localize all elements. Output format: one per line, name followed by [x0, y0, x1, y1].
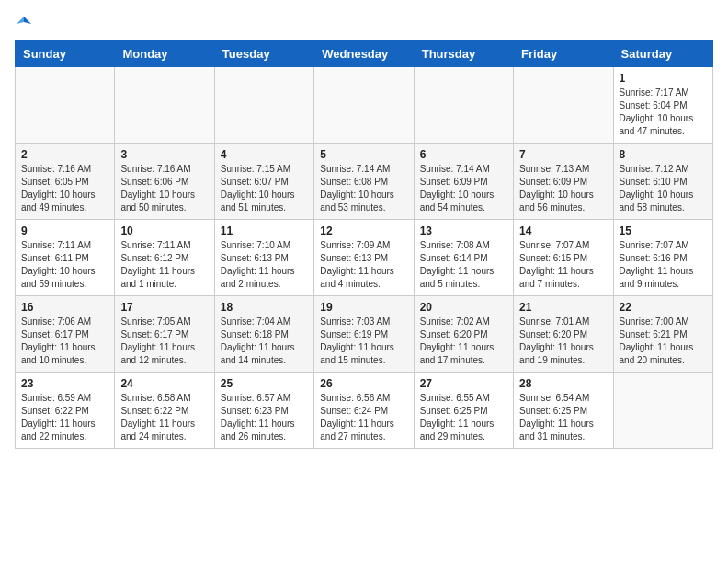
- day-info: Sunrise: 7:15 AM Sunset: 6:07 PM Dayligh…: [221, 163, 308, 214]
- day-number: 25: [221, 377, 308, 390]
- day-number: 21: [519, 301, 607, 314]
- day-number: 14: [519, 224, 607, 237]
- calendar-day-cell: 27Sunrise: 6:55 AM Sunset: 6:25 PM Dayli…: [414, 373, 513, 449]
- calendar-week-row: 23Sunrise: 6:59 AM Sunset: 6:22 PM Dayli…: [16, 373, 713, 449]
- day-number: 13: [420, 224, 507, 237]
- calendar-week-row: 1Sunrise: 7:17 AM Sunset: 6:04 PM Daylig…: [16, 67, 713, 144]
- day-info: Sunrise: 7:16 AM Sunset: 6:05 PM Dayligh…: [21, 163, 108, 214]
- day-info: Sunrise: 7:09 AM Sunset: 6:13 PM Dayligh…: [320, 239, 407, 291]
- calendar-day-cell: 26Sunrise: 6:56 AM Sunset: 6:24 PM Dayli…: [314, 373, 414, 449]
- calendar-week-row: 2Sunrise: 7:16 AM Sunset: 6:05 PM Daylig…: [16, 144, 713, 220]
- day-number: 15: [620, 224, 707, 237]
- calendar-day-cell: 14Sunrise: 7:07 AM Sunset: 6:15 PM Dayli…: [514, 220, 613, 296]
- calendar-day-cell: 24Sunrise: 6:58 AM Sunset: 6:22 PM Dayli…: [115, 373, 214, 449]
- calendar-week-row: 16Sunrise: 7:06 AM Sunset: 6:17 PM Dayli…: [16, 296, 713, 373]
- day-number: 11: [221, 224, 308, 237]
- calendar-day-cell: 8Sunrise: 7:12 AM Sunset: 6:10 PM Daylig…: [613, 144, 712, 220]
- calendar-day-cell: 1Sunrise: 7:17 AM Sunset: 6:04 PM Daylig…: [613, 67, 712, 144]
- calendar-day-cell: 25Sunrise: 6:57 AM Sunset: 6:23 PM Dayli…: [214, 373, 313, 449]
- day-info: Sunrise: 7:13 AM Sunset: 6:09 PM Dayligh…: [519, 163, 607, 214]
- page-header: [15, 15, 713, 29]
- day-info: Sunrise: 6:58 AM Sunset: 6:22 PM Dayligh…: [120, 392, 208, 443]
- calendar-day-cell: 20Sunrise: 7:02 AM Sunset: 6:20 PM Dayli…: [414, 296, 513, 373]
- day-info: Sunrise: 7:05 AM Sunset: 6:17 PM Dayligh…: [120, 316, 208, 367]
- day-number: 17: [120, 301, 208, 314]
- calendar-day-cell: 19Sunrise: 7:03 AM Sunset: 6:19 PM Dayli…: [314, 296, 414, 373]
- calendar-day-cell: 18Sunrise: 7:04 AM Sunset: 6:18 PM Dayli…: [214, 296, 313, 373]
- calendar-day-cell: 22Sunrise: 7:00 AM Sunset: 6:21 PM Dayli…: [613, 296, 712, 373]
- calendar-day-cell: 2Sunrise: 7:16 AM Sunset: 6:05 PM Daylig…: [16, 144, 115, 220]
- day-info: Sunrise: 6:55 AM Sunset: 6:25 PM Dayligh…: [420, 392, 507, 443]
- day-info: Sunrise: 6:59 AM Sunset: 6:22 PM Dayligh…: [21, 392, 108, 443]
- day-number: 23: [21, 377, 108, 390]
- calendar-week-row: 9Sunrise: 7:11 AM Sunset: 6:11 PM Daylig…: [16, 220, 713, 296]
- logo-bird-icon: [17, 15, 31, 29]
- day-info: Sunrise: 7:08 AM Sunset: 6:14 PM Dayligh…: [420, 239, 507, 291]
- weekday-header: Saturday: [613, 41, 712, 67]
- logo: [15, 15, 31, 29]
- day-info: Sunrise: 7:07 AM Sunset: 6:16 PM Dayligh…: [620, 239, 707, 291]
- day-number: 19: [320, 301, 407, 314]
- day-info: Sunrise: 7:11 AM Sunset: 6:12 PM Dayligh…: [120, 239, 208, 291]
- day-info: Sunrise: 7:00 AM Sunset: 6:21 PM Dayligh…: [620, 316, 707, 367]
- day-info: Sunrise: 6:57 AM Sunset: 6:23 PM Dayligh…: [221, 392, 308, 443]
- day-info: Sunrise: 6:56 AM Sunset: 6:24 PM Dayligh…: [320, 392, 407, 443]
- calendar-day-cell: [16, 67, 115, 144]
- day-info: Sunrise: 7:02 AM Sunset: 6:20 PM Dayligh…: [420, 316, 507, 367]
- day-number: 10: [120, 224, 208, 237]
- day-info: Sunrise: 6:54 AM Sunset: 6:25 PM Dayligh…: [519, 392, 607, 443]
- calendar-day-cell: 9Sunrise: 7:11 AM Sunset: 6:11 PM Daylig…: [16, 220, 115, 296]
- calendar-day-cell: 12Sunrise: 7:09 AM Sunset: 6:13 PM Dayli…: [314, 220, 414, 296]
- day-number: 22: [620, 301, 707, 314]
- calendar-day-cell: 13Sunrise: 7:08 AM Sunset: 6:14 PM Dayli…: [414, 220, 513, 296]
- day-number: 20: [420, 301, 507, 314]
- day-info: Sunrise: 7:14 AM Sunset: 6:08 PM Dayligh…: [320, 163, 407, 214]
- weekday-header: Friday: [514, 41, 613, 67]
- day-number: 7: [519, 148, 607, 161]
- day-number: 8: [620, 148, 707, 161]
- weekday-header: Tuesday: [214, 41, 313, 67]
- calendar-day-cell: 6Sunrise: 7:14 AM Sunset: 6:09 PM Daylig…: [414, 144, 513, 220]
- calendar-day-cell: [613, 373, 712, 449]
- day-number: 24: [120, 377, 208, 390]
- day-info: Sunrise: 7:16 AM Sunset: 6:06 PM Dayligh…: [120, 163, 208, 214]
- day-number: 26: [320, 377, 407, 390]
- day-info: Sunrise: 7:12 AM Sunset: 6:10 PM Dayligh…: [620, 163, 707, 214]
- calendar-day-cell: [115, 67, 214, 144]
- calendar-day-cell: [514, 67, 613, 144]
- calendar-day-cell: [314, 67, 414, 144]
- calendar-day-cell: 28Sunrise: 6:54 AM Sunset: 6:25 PM Dayli…: [514, 373, 613, 449]
- calendar-day-cell: 21Sunrise: 7:01 AM Sunset: 6:20 PM Dayli…: [514, 296, 613, 373]
- calendar-day-cell: [414, 67, 513, 144]
- day-info: Sunrise: 7:17 AM Sunset: 6:04 PM Dayligh…: [620, 86, 707, 138]
- weekday-header: Monday: [115, 41, 214, 67]
- calendar-day-cell: 23Sunrise: 6:59 AM Sunset: 6:22 PM Dayli…: [16, 373, 115, 449]
- day-info: Sunrise: 7:07 AM Sunset: 6:15 PM Dayligh…: [519, 239, 607, 291]
- calendar-day-cell: 10Sunrise: 7:11 AM Sunset: 6:12 PM Dayli…: [115, 220, 214, 296]
- day-number: 12: [320, 224, 407, 237]
- svg-marker-0: [24, 17, 31, 24]
- day-info: Sunrise: 7:03 AM Sunset: 6:19 PM Dayligh…: [320, 316, 407, 367]
- calendar-table: SundayMondayTuesdayWednesdayThursdayFrid…: [15, 40, 713, 449]
- calendar-day-cell: 7Sunrise: 7:13 AM Sunset: 6:09 PM Daylig…: [514, 144, 613, 220]
- calendar-day-cell: 4Sunrise: 7:15 AM Sunset: 6:07 PM Daylig…: [214, 144, 313, 220]
- day-number: 3: [120, 148, 208, 161]
- calendar-day-cell: 5Sunrise: 7:14 AM Sunset: 6:08 PM Daylig…: [314, 144, 414, 220]
- calendar-day-cell: 3Sunrise: 7:16 AM Sunset: 6:06 PM Daylig…: [115, 144, 214, 220]
- day-number: 27: [420, 377, 507, 390]
- day-info: Sunrise: 7:11 AM Sunset: 6:11 PM Dayligh…: [21, 239, 108, 291]
- calendar-day-cell: 11Sunrise: 7:10 AM Sunset: 6:13 PM Dayli…: [214, 220, 313, 296]
- day-number: 16: [21, 301, 108, 314]
- day-number: 9: [21, 224, 108, 237]
- calendar-day-cell: 16Sunrise: 7:06 AM Sunset: 6:17 PM Dayli…: [16, 296, 115, 373]
- weekday-header: Thursday: [414, 41, 513, 67]
- day-number: 5: [320, 148, 407, 161]
- calendar-day-cell: 15Sunrise: 7:07 AM Sunset: 6:16 PM Dayli…: [613, 220, 712, 296]
- day-number: 28: [519, 377, 607, 390]
- calendar-header-row: SundayMondayTuesdayWednesdayThursdayFrid…: [16, 41, 713, 67]
- calendar-day-cell: 17Sunrise: 7:05 AM Sunset: 6:17 PM Dayli…: [115, 296, 214, 373]
- svg-marker-1: [17, 17, 24, 24]
- day-info: Sunrise: 7:01 AM Sunset: 6:20 PM Dayligh…: [519, 316, 607, 367]
- day-info: Sunrise: 7:10 AM Sunset: 6:13 PM Dayligh…: [221, 239, 308, 291]
- day-number: 6: [420, 148, 507, 161]
